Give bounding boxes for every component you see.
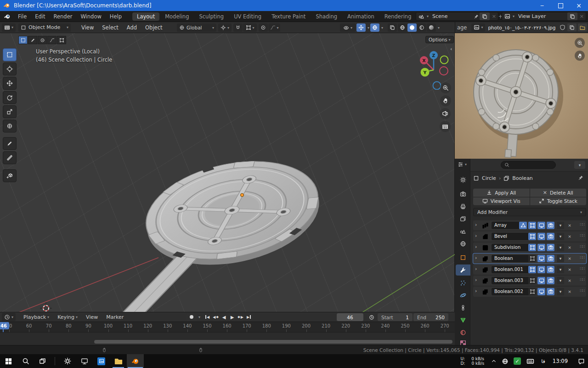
modifier-extras-button[interactable]: ▾	[557, 288, 564, 295]
viewport-menu-view[interactable]: View	[77, 24, 98, 31]
tool-move[interactable]	[3, 77, 17, 90]
viewport-menu-add[interactable]: Add	[123, 24, 141, 31]
realtime-toggle[interactable]	[537, 266, 545, 273]
modifier-row-boolean-002[interactable]: › Boolean.002 ▾ × ∷∷	[473, 287, 586, 297]
remove-modifier-button[interactable]: ×	[566, 233, 573, 240]
remove-modifier-button[interactable]: ×	[566, 244, 573, 251]
monitor-app-button[interactable]	[76, 354, 93, 368]
tab-modifiers[interactable]	[456, 264, 470, 276]
select-lasso-mode-button[interactable]	[47, 36, 57, 44]
render-toggle[interactable]	[547, 277, 554, 284]
breadcrumb-modifier[interactable]: Boolean	[512, 175, 533, 181]
notification-center-button[interactable]	[574, 354, 588, 368]
use-preview-range-button[interactable]	[368, 313, 375, 321]
menu-edit[interactable]: Edit	[31, 11, 49, 22]
play-button[interactable]: ▶	[228, 313, 236, 321]
current-frame-field[interactable]: 46	[337, 313, 363, 321]
mode-dropdown[interactable]: Object Mode ▾	[18, 23, 71, 32]
snap-target-dropdown[interactable]: ▾	[243, 23, 257, 32]
minimize-button[interactable]: ─	[533, 0, 551, 11]
remove-modifier-button[interactable]: ×	[566, 255, 573, 262]
render-toggle[interactable]	[547, 266, 554, 273]
visibility-dropdown[interactable]: ▾	[340, 23, 356, 32]
zoom-button[interactable]	[440, 82, 451, 93]
tray-expand-button[interactable]	[489, 354, 499, 368]
modifier-row-boolean-003[interactable]: › Boolean.003 ▾ × ∷∷	[473, 276, 586, 286]
menu-file[interactable]: File	[14, 11, 31, 22]
proportional-editing-toggle[interactable]	[259, 23, 268, 32]
xray-toggle[interactable]	[388, 23, 397, 32]
timeline-scrollbar[interactable]	[94, 340, 452, 344]
realtime-toggle[interactable]	[537, 277, 545, 284]
remove-modifier-button[interactable]: ×	[566, 266, 573, 273]
remove-modifier-button[interactable]: ×	[566, 222, 573, 229]
tab-particles[interactable]	[458, 278, 468, 288]
modifier-row-boolean-001[interactable]: › Boolean.001 ▾ × ∷∷	[473, 264, 586, 275]
remove-modifier-button[interactable]: ×	[566, 277, 573, 284]
render-toggle[interactable]	[547, 222, 554, 229]
view-layer-name[interactable]: View Layer	[518, 13, 546, 19]
jump-to-start-button[interactable]: ◀	[204, 313, 211, 321]
modifier-extras-button[interactable]: ▾	[557, 222, 564, 229]
realtime-toggle[interactable]	[537, 255, 545, 262]
auto-keying-button[interactable]	[186, 313, 197, 321]
timeline-menu-view[interactable]: View	[82, 314, 102, 320]
timeline-ruler[interactable]: 5060708090100110120130140150160170180190…	[0, 322, 455, 332]
properties-filter-dropdown[interactable]: ▾	[574, 161, 585, 169]
close-button[interactable]: ×	[570, 0, 588, 11]
modifier-name-field[interactable]: Boolean.002	[492, 288, 529, 295]
breadcrumb-object[interactable]: Circle	[482, 175, 496, 181]
workspace-tab-uv-editing[interactable]: UV Editing	[229, 12, 266, 21]
shading-solid-button[interactable]	[407, 23, 417, 32]
expand-icon[interactable]: ›	[475, 222, 477, 228]
region-collapse-arrow[interactable]: ‹	[450, 46, 452, 52]
open-image-button[interactable]	[578, 23, 587, 31]
timeline-menu-marker[interactable]: Marker	[102, 314, 128, 320]
tab-object-data[interactable]	[458, 316, 468, 325]
photos-app-button[interactable]	[93, 354, 110, 368]
realtime-toggle[interactable]	[537, 244, 545, 251]
new-view-layer-button[interactable]	[567, 12, 577, 20]
expand-icon[interactable]: ›	[475, 277, 477, 283]
remove-view-layer-icon[interactable]: ×	[578, 13, 586, 19]
modifier-row-bevel[interactable]: › Bevel ▾ × ∷∷	[473, 231, 586, 242]
properties-search-input[interactable]	[501, 161, 556, 169]
view-layer-selector[interactable]: ▾ View Layer ×	[502, 12, 586, 21]
image-pan-button[interactable]	[575, 51, 585, 61]
pan-button[interactable]	[440, 95, 451, 106]
edit-mode-toggle[interactable]	[528, 244, 536, 251]
realtime-toggle[interactable]	[537, 233, 545, 240]
taskbar-search-button[interactable]	[17, 354, 34, 368]
tool-measure[interactable]	[3, 151, 17, 164]
workspace-tab-animation[interactable]: Animation	[343, 12, 379, 21]
tab-constraints[interactable]	[458, 303, 468, 312]
modifier-extras-button[interactable]: ▾	[557, 233, 564, 240]
edit-mode-toggle[interactable]	[528, 266, 536, 273]
drag-handle[interactable]: ∷∷	[580, 233, 584, 238]
edit-mode-toggle[interactable]	[528, 255, 536, 262]
timeline-editor-type-button[interactable]: ▾	[2, 313, 16, 321]
blender-menu-logo-icon[interactable]	[4, 13, 11, 20]
tab-view-layer[interactable]	[458, 214, 468, 224]
camera-view-button[interactable]	[440, 108, 451, 119]
maximize-button[interactable]	[551, 0, 570, 11]
viewport-options-button[interactable]: Options▾	[425, 36, 454, 43]
show-gizmo-toggle[interactable]	[356, 23, 366, 32]
touch-keyboard-button[interactable]	[524, 354, 537, 368]
transform-orientation-dropdown[interactable]: Global ▾	[177, 23, 216, 32]
pin-icon[interactable]	[474, 14, 479, 19]
toggle-stack-button[interactable]: Toggle Stack	[530, 197, 587, 206]
tab-object[interactable]	[458, 253, 468, 262]
task-view-button[interactable]	[34, 354, 51, 368]
tool-annotate[interactable]	[3, 137, 17, 150]
fake-user-shield-icon[interactable]	[560, 24, 565, 30]
tab-render[interactable]	[458, 190, 468, 199]
edit-mode-toggle[interactable]	[528, 233, 536, 240]
edit-mode-toggle[interactable]	[528, 222, 536, 229]
image-menu-truncated[interactable]: age	[457, 24, 467, 31]
select-circle-mode-button[interactable]	[38, 36, 47, 44]
timeline-menu-playback[interactable]: Playback▾	[19, 314, 53, 320]
workspace-tab-sculpting[interactable]: Sculpting	[194, 12, 228, 21]
delete-all-button[interactable]: ×Delete All	[530, 189, 587, 197]
drag-handle[interactable]: ∷∷	[580, 244, 584, 249]
